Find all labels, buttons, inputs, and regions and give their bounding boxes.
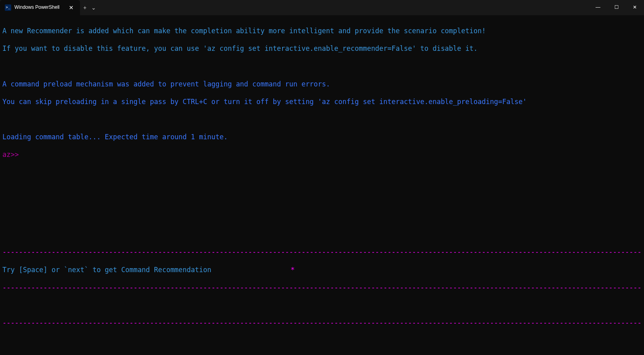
- minimize-button[interactable]: —: [589, 0, 607, 15]
- info-line: A command preload mechanism was added to…: [2, 80, 642, 88]
- info-line: If you want to disable this feature, you…: [2, 44, 642, 53]
- info-line: You can skip preloading in a single pass…: [2, 97, 642, 106]
- terminal-content[interactable]: A new Recommender is added which can mak…: [0, 15, 644, 355]
- maximize-button[interactable]: ☐: [607, 0, 626, 15]
- info-line: A new Recommender is added which can mak…: [2, 26, 642, 35]
- tab-powershell[interactable]: >_ Windows PowerShell ✕: [0, 0, 80, 15]
- titlebar: >_ Windows PowerShell ✕ + ⌄ — ☐ ✕: [0, 0, 644, 15]
- close-window-button[interactable]: ✕: [626, 0, 644, 15]
- divider: ----------------------------------------…: [2, 247, 642, 256]
- star-icon: *: [291, 265, 295, 274]
- hint-text: Try [Space] or `next` to get Command Rec…: [2, 265, 291, 274]
- tab-dropdown-button[interactable]: ⌄: [91, 4, 96, 11]
- window-controls: — ☐ ✕: [589, 0, 644, 15]
- prompt[interactable]: az>>: [2, 150, 642, 159]
- tab-strip: >_ Windows PowerShell ✕ + ⌄: [0, 0, 99, 15]
- hint-row: Try [Space] or `next` to get Command Rec…: [2, 265, 642, 274]
- tab-title: Windows PowerShell: [14, 4, 60, 11]
- close-tab-button[interactable]: ✕: [67, 4, 75, 11]
- new-tab-button[interactable]: +: [83, 4, 86, 11]
- divider: ----------------------------------------…: [2, 354, 642, 355]
- divider: ----------------------------------------…: [2, 283, 642, 292]
- divider: ----------------------------------------…: [2, 318, 642, 327]
- powershell-icon: >_: [5, 4, 11, 11]
- loading-line: Loading command table... Expected time a…: [2, 132, 642, 141]
